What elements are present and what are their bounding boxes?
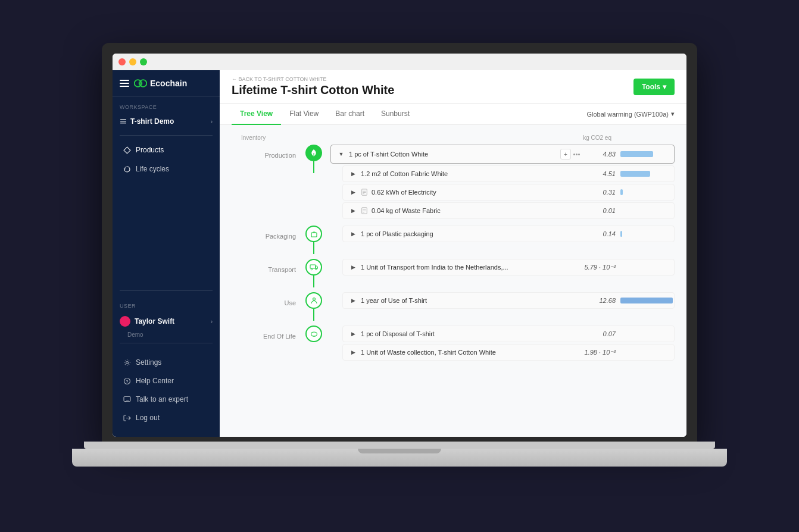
app-layout: Ecochain Workspace T-shirt Demo (113, 70, 686, 437)
tab-bar-chart[interactable]: Bar chart (327, 104, 373, 125)
table-row: ▶ 1 Unit of Transport from India to the … (342, 259, 675, 276)
close-window-button[interactable] (118, 58, 126, 65)
tab-tree-view[interactable]: Tree View (232, 104, 281, 125)
packaging-label: Packaging (266, 233, 296, 240)
workspace-label: Workspace (113, 97, 220, 112)
expand-icon[interactable]: ▶ (349, 263, 357, 271)
expand-icon[interactable]: ▶ (349, 170, 357, 178)
row-bar-container (620, 151, 668, 157)
svg-rect-22 (311, 233, 317, 237)
table-row: ▶ 0.62 kWh of Electricity 0.31 (342, 184, 675, 201)
menu-toggle-button[interactable] (120, 80, 129, 87)
sidebar-item-lifecycle[interactable]: Life cycles (116, 160, 216, 178)
add-button[interactable]: + (560, 149, 571, 159)
table-row: ▶ 1.2 m2 of Cotton Fabric White 4.51 (342, 165, 675, 182)
sidebar-item-products-label: Products (136, 146, 164, 154)
page-title: Lifetime T-shirt Cotton White (232, 83, 394, 97)
ecochain-logo-icon (134, 79, 147, 87)
metric-chevron-icon: ▾ (671, 110, 675, 118)
window-chrome (113, 54, 686, 70)
production-node (305, 145, 322, 161)
app-screen: Ecochain Workspace T-shirt Demo (113, 54, 686, 437)
user-role: Demo (113, 331, 220, 338)
sidebar-item-logout-label: Log out (136, 414, 160, 422)
user-selector[interactable]: Taylor Swift › (113, 311, 220, 331)
workspace-chevron-icon: › (211, 118, 213, 125)
table-row: ▼ 1 pc of T-shirt Cotton White + 4.83 (330, 145, 675, 164)
expand-icon[interactable]: ▼ (337, 150, 345, 158)
row-label: 1 Unit of Transport from India to the Ne… (361, 264, 580, 271)
breadcrumb: ← BACK TO T-SHIRT COTTON WHITE (232, 76, 394, 82)
sidebar-item-logout[interactable]: Log out (116, 409, 216, 427)
packaging-node (305, 226, 322, 242)
svg-rect-4 (120, 121, 126, 122)
row-label: 1 year of Use of T-shirt (361, 297, 580, 304)
diamond-icon (123, 146, 131, 154)
sidebar-item-expert-label: Talk to an expert (136, 395, 188, 403)
row-bar-container (620, 298, 668, 303)
table-row: ▶ 1 pc of Disposal of T-shirt 0.07 (342, 326, 675, 342)
row-bar (620, 189, 623, 195)
transport-node (305, 259, 322, 276)
endoflife-label: End Of Life (263, 333, 296, 340)
chat-icon (123, 396, 131, 403)
user-name: Taylor Swift (135, 317, 174, 326)
laptop-base (72, 442, 727, 489)
svg-rect-18 (362, 208, 367, 214)
use-label: Use (284, 299, 296, 306)
row-bar-container (620, 231, 668, 237)
svg-marker-6 (124, 147, 130, 154)
row-label: 1 pc of Plastic packaging (361, 230, 580, 237)
endoflife-rows: ▶ 1 pc of Disposal of T-shirt 0.07 ▶ 1 U… (324, 326, 675, 362)
file-icon (361, 207, 368, 214)
expand-icon[interactable]: ▶ (349, 330, 357, 338)
settings-icon (123, 359, 131, 367)
svg-point-24 (311, 268, 312, 270)
list-icon (120, 118, 127, 125)
tools-chevron-icon: ▾ (663, 83, 666, 91)
row-value: 4.51 (580, 170, 616, 177)
sidebar-item-settings-label: Settings (136, 358, 161, 367)
workspace-selector[interactable]: T-shirt Demo › (113, 112, 220, 130)
transport-icon (310, 264, 318, 271)
svg-point-2 (138, 80, 142, 86)
cycle-icon (123, 165, 131, 173)
table-row: ▶ 1 Unit of Waste collection, T-shirt Co… (342, 344, 675, 361)
expand-icon[interactable]: ▶ (349, 296, 357, 305)
tools-button[interactable]: Tools ▾ (633, 79, 675, 95)
tab-sunburst[interactable]: Sunburst (373, 104, 418, 125)
production-label: Production (264, 152, 296, 159)
use-person-icon (310, 297, 318, 305)
production-rows: ▼ 1 pc of T-shirt Cotton White + 4.83 (324, 145, 675, 221)
expand-icon[interactable]: ▶ (349, 348, 357, 356)
row-value: 12.68 (580, 297, 616, 304)
lifecycle-section-packaging: Packaging (232, 226, 675, 254)
minimize-window-button[interactable] (129, 58, 136, 65)
inventory-header: Inventory (241, 134, 570, 141)
tab-bar: Tree View Flat View Bar chart Sunburst (220, 104, 686, 125)
sidebar-item-help[interactable]: ? Help Center (116, 372, 216, 390)
sidebar-item-help-label: Help Center (136, 377, 174, 385)
table-row: ▶ 0.04 kg of Waste Fabric 0.01 (342, 202, 675, 219)
row-label: 1 pc of Disposal of T-shirt (361, 330, 580, 337)
metric-selector[interactable]: Global warming (GWP100a) ▾ (586, 110, 675, 118)
expand-icon[interactable]: ▶ (349, 206, 357, 215)
user-chevron-icon: › (211, 318, 213, 325)
svg-point-26 (313, 298, 315, 300)
sidebar-item-settings[interactable]: Settings (116, 353, 216, 371)
tab-flat-view[interactable]: Flat View (281, 104, 327, 125)
sidebar-bottom-nav: Settings ? Help Center (113, 348, 220, 437)
sidebar-item-products[interactable]: Products (116, 141, 216, 159)
row-label: 1 Unit of Waste collection, T-shirt Cott… (361, 349, 580, 356)
maximize-window-button[interactable] (140, 58, 147, 65)
sidebar-divider-2 (120, 290, 213, 291)
lifecycle-section-production: Production (232, 145, 675, 221)
expand-icon[interactable]: ▶ (349, 230, 357, 238)
help-icon: ? (123, 377, 131, 385)
table-row: ▶ 1 year of Use of T-shirt 12.68 (342, 292, 675, 309)
connector-packaging (313, 242, 314, 254)
more-options-button[interactable] (573, 154, 580, 155)
sidebar-item-expert[interactable]: Talk to an expert (116, 390, 216, 408)
expand-icon[interactable]: ▶ (349, 188, 357, 196)
tree-content: Inventory kg CO2 eq Production (220, 125, 686, 437)
